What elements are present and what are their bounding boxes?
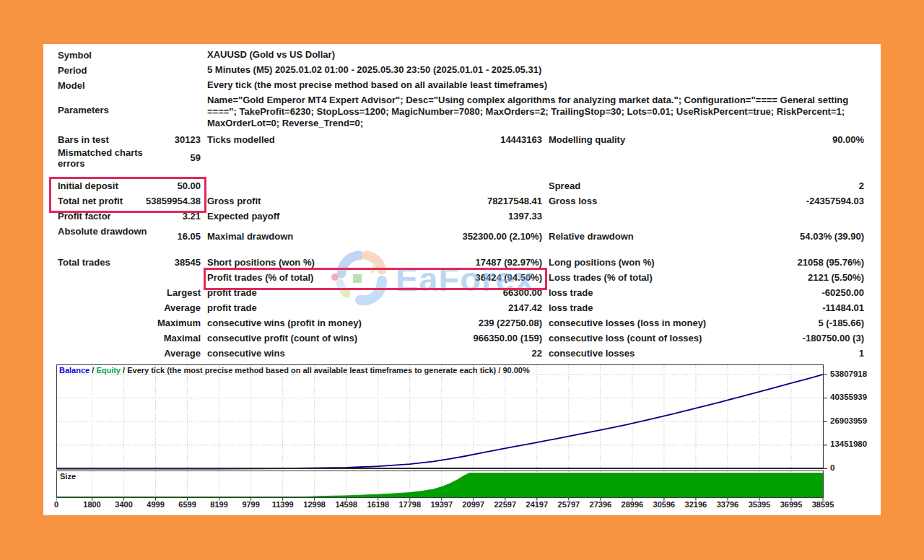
stat-value: -24357594.03 <box>549 193 864 209</box>
stat-value: 2147.42 <box>207 300 542 315</box>
stat-value: 5 (-185.66) <box>549 315 864 331</box>
stat-value: 22 <box>207 346 542 361</box>
report-row-maximum-consecutive: Maximum consecutive wins (profit in mone… <box>58 315 864 331</box>
stat-value: 966350.00 (159) <box>207 331 542 346</box>
stat-value: Name="Gold Emperor MT4 Expert Advisor"; … <box>207 93 866 129</box>
legend-separator: / <box>90 366 96 375</box>
stat-label: Average <box>58 300 201 315</box>
x-axis-label: 38595 <box>798 500 848 509</box>
y-axis-label: 53807918 <box>830 369 881 378</box>
stat-value: 1397.33 <box>207 209 542 224</box>
y-axis-label: 13451980 <box>830 439 881 448</box>
stat-value: 30123 <box>58 132 201 147</box>
stat-value: 352300.00 (2.10%) <box>207 226 542 248</box>
stat-label: Parameters <box>58 93 109 128</box>
report-row-period: Period 5 Minutes (M5) 2025.01.02 01:00 -… <box>58 63 864 78</box>
mt4-strategy-report-page: { "colors": { "frame_orange": "#f79441",… <box>0 0 924 560</box>
report-row-average-consecutive: Average consecutive wins 22 consecutive … <box>58 346 864 361</box>
stat-value: 1 <box>549 346 864 361</box>
stat-value: 2 <box>549 178 864 193</box>
chart-legend: Balance / Equity / Every tick (the most … <box>59 366 530 375</box>
balance-equity-chart <box>56 364 829 470</box>
y-axis-label: 40355939 <box>830 393 881 401</box>
stat-value: 5 Minutes (M5) 2025.01.02 01:00 - 2025.0… <box>207 63 866 76</box>
report-row-maximal-consecutive: Maximal consecutive profit (count of win… <box>58 331 864 346</box>
report-row-symbol: Symbol XAUUSD (Gold vs US Dollar) <box>58 48 864 63</box>
stat-value: -60250.00 <box>549 285 864 300</box>
report-row-bars: Bars in test 30123 Ticks modelled 144431… <box>58 132 864 147</box>
stat-value: 14443163 <box>207 132 542 147</box>
stat-value: 2121 (5.50%) <box>549 270 864 285</box>
size-chart-label: Size <box>60 472 76 481</box>
stat-label: Model <box>58 78 85 93</box>
y-axis-label: 0 <box>830 463 881 472</box>
legend-model-text: Every tick (the most precise method base… <box>127 366 530 375</box>
stat-label: Maximal <box>58 331 201 346</box>
stat-label: Maximum <box>58 315 201 331</box>
report-row-average-trade: Average profit trade 2147.42 loss trade … <box>58 300 864 315</box>
highlight-box-initial-deposit <box>49 177 206 213</box>
report-row-parameters: Parameters Name="Gold Emperor MT4 Expert… <box>58 93 864 128</box>
strategy-tester-report: Symbol XAUUSD (Gold vs US Dollar) Period… <box>43 44 881 515</box>
stat-value: 239 (22750.08) <box>207 315 542 331</box>
stat-label: Largest <box>58 285 201 300</box>
stat-label: Period <box>58 63 87 78</box>
report-row-model: Model Every tick (the most precise metho… <box>58 78 864 93</box>
legend-balance-label: Balance <box>59 366 90 375</box>
highlight-box-profit-trades <box>204 268 547 290</box>
stat-value: 54.03% (39.90) <box>549 226 864 248</box>
y-axis-label: 26903959 <box>830 416 881 425</box>
legend-equity-label: Equity <box>96 366 121 375</box>
stat-value: 38545 <box>58 255 201 270</box>
stat-value: 16.05 <box>58 226 201 248</box>
report-row-drawdown: Absolute drawdown 16.05 Maximal drawdown… <box>58 226 864 248</box>
stat-value: -11484.01 <box>549 300 864 315</box>
stat-value: 59 <box>58 147 201 169</box>
legend-separator: / <box>121 366 127 375</box>
stat-value: -180750.00 (3) <box>549 331 864 346</box>
stat-value: Every tick (the most precise method base… <box>207 78 866 91</box>
stat-label: Symbol <box>58 48 92 63</box>
stat-value: 21058 (95.76%) <box>549 255 864 270</box>
stat-value: XAUUSD (Gold vs US Dollar) <box>207 48 866 61</box>
size-histogram-chart <box>56 471 829 502</box>
stat-value: 78217548.41 <box>207 193 542 209</box>
stat-value: 90.00% <box>549 132 864 147</box>
report-row-mismatched: Mismatched charts errors 59 <box>58 147 864 169</box>
stat-label: Average <box>58 346 201 361</box>
